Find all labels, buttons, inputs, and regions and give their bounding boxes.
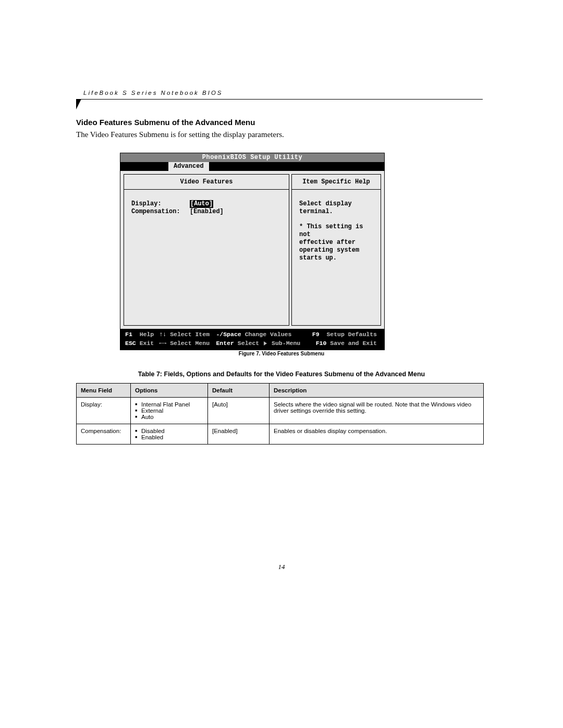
bios-footer: F1 Help ↑↓ Select Item -/Space Change Va… bbox=[120, 329, 384, 350]
option-item: External bbox=[135, 408, 203, 414]
key-f10: F10 bbox=[316, 340, 327, 347]
cell-description: Enables or disables display compensation… bbox=[270, 424, 484, 445]
header-rule bbox=[76, 99, 483, 100]
label-select-sub-post: Sub-Menu bbox=[272, 340, 300, 347]
key-updown: ↑↓ bbox=[159, 331, 166, 338]
table-header-row: Menu Field Options Default Description bbox=[77, 384, 484, 398]
bios-setting-compensation[interactable]: Compensation: [Enabled] bbox=[131, 208, 282, 216]
figure-caption: Figure 7. Video Features Submenu bbox=[0, 351, 563, 356]
table-caption: Table 7: Fields, Options and Defaults fo… bbox=[0, 371, 563, 378]
cell-options: Internal Flat Panel External Auto bbox=[131, 398, 208, 424]
bios-setting-label: Display: bbox=[131, 200, 190, 208]
running-head: LifeBook S Series Notebook BIOS bbox=[83, 90, 223, 96]
label-select-sub-pre: Select bbox=[238, 340, 259, 347]
cell-field: Display: bbox=[77, 398, 131, 424]
cell-field: Compensation: bbox=[77, 424, 131, 445]
cell-default: [Enabled] bbox=[208, 424, 270, 445]
fields-table: Menu Field Options Default Description D… bbox=[76, 383, 484, 445]
bios-right-pane: Item Specific Help Select display termin… bbox=[291, 174, 381, 326]
label-select-item: Select Item bbox=[170, 331, 210, 338]
bios-menubar: Advanced bbox=[120, 162, 384, 171]
section-title: Video Features Submenu of the Advanced M… bbox=[76, 118, 255, 127]
key-esc: ESC bbox=[125, 340, 136, 347]
bios-settings-list: Display: [Auto] Compensation: [Enabled] bbox=[124, 190, 289, 325]
page: LifeBook S Series Notebook BIOS Video Fe… bbox=[0, 0, 563, 728]
bios-help-text: Select display terminal. * This setting … bbox=[292, 190, 381, 325]
bios-window: PhoenixBIOS Setup Utility Advanced Video… bbox=[120, 153, 385, 350]
bios-setting-value-selected: [Auto] bbox=[190, 200, 213, 208]
th-menu-field: Menu Field bbox=[77, 384, 131, 398]
cell-options: Disabled Enabled bbox=[131, 424, 208, 445]
bios-tab-spacer bbox=[120, 162, 168, 171]
bios-title-bar: PhoenixBIOS Setup Utility bbox=[120, 153, 384, 162]
triangle-right-icon bbox=[264, 341, 267, 346]
bios-setting-label: Compensation: bbox=[131, 208, 190, 216]
th-default: Default bbox=[208, 384, 270, 398]
help-line: operating system bbox=[299, 246, 373, 254]
cell-description: Selects where the video signal will be r… bbox=[270, 398, 484, 424]
key-minus-space: -/Space bbox=[216, 331, 241, 338]
key-f1: F1 bbox=[125, 331, 132, 338]
label-save-exit: Save and Exit bbox=[330, 340, 377, 347]
th-description: Description bbox=[270, 384, 484, 398]
table-row: Compensation: Disabled Enabled [Enabled]… bbox=[77, 424, 484, 445]
bios-right-heading: Item Specific Help bbox=[292, 175, 381, 190]
table-row: Display: Internal Flat Panel External Au… bbox=[77, 398, 484, 424]
page-number: 14 bbox=[0, 563, 563, 571]
bios-body: Video Features Display: [Auto] Compensat… bbox=[120, 171, 384, 329]
help-line: starts up. bbox=[299, 254, 373, 262]
th-options: Options bbox=[131, 384, 208, 398]
section-intro: The Video Features Submenu is for settin… bbox=[76, 130, 284, 139]
cell-default: [Auto] bbox=[208, 398, 270, 424]
label-select-menu: Select Menu bbox=[170, 340, 210, 347]
option-item: Enabled bbox=[135, 434, 203, 440]
bios-left-heading: Video Features bbox=[124, 175, 289, 190]
help-line: Select display terminal. bbox=[299, 200, 373, 216]
key-leftright: ←→ bbox=[159, 340, 166, 347]
option-item: Auto bbox=[135, 414, 203, 420]
bios-tab-advanced[interactable]: Advanced bbox=[168, 162, 209, 171]
key-f9: F9 bbox=[312, 331, 320, 338]
help-line: effective after bbox=[299, 239, 373, 246]
bios-setting-display[interactable]: Display: [Auto] bbox=[131, 200, 282, 208]
option-item: Internal Flat Panel bbox=[135, 401, 203, 408]
help-line: * This setting is not bbox=[299, 223, 373, 239]
label-setup-defaults: Setup Defaults bbox=[326, 331, 377, 338]
option-item: Disabled bbox=[135, 428, 203, 434]
label-change-values: Change Values bbox=[245, 331, 292, 338]
label-help: Help bbox=[140, 331, 154, 338]
bios-left-pane: Video Features Display: [Auto] Compensat… bbox=[124, 174, 289, 326]
key-enter: Enter bbox=[216, 340, 234, 347]
label-exit: Exit bbox=[140, 340, 154, 347]
corner-mark-icon bbox=[76, 99, 81, 109]
bios-setting-value: [Enabled] bbox=[190, 208, 224, 216]
